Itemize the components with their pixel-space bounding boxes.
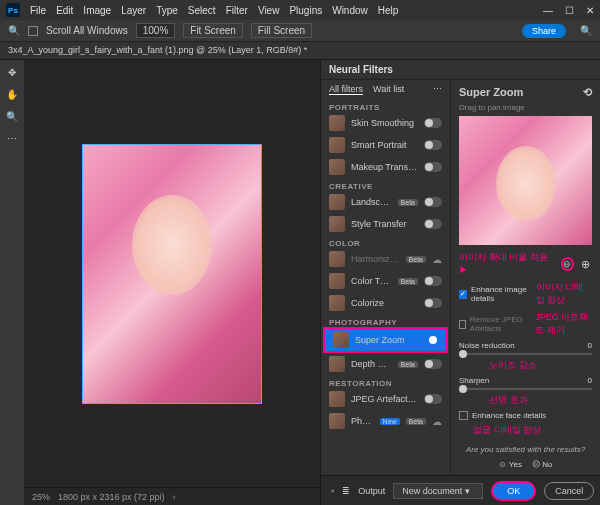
cancel-button[interactable]: Cancel bbox=[544, 482, 594, 500]
zoom-in-icon[interactable]: ⊕ bbox=[578, 257, 592, 271]
menu-layer[interactable]: Layer bbox=[121, 5, 146, 16]
scroll-all-checkbox[interactable] bbox=[28, 26, 38, 36]
scroll-all-label: Scroll All Windows bbox=[46, 25, 128, 36]
neural-filters-panel: Neural Filters All filters Wait list ⋯ P… bbox=[320, 60, 600, 505]
reset-icon[interactable]: ⟲ bbox=[583, 86, 592, 99]
menu-edit[interactable]: Edit bbox=[56, 5, 73, 16]
filter-depth-blur[interactable]: Depth BlurBeta bbox=[321, 353, 450, 375]
canvas-area: 25% 1800 px x 2316 px (72 ppi) › bbox=[24, 60, 320, 505]
menu-select[interactable]: Select bbox=[188, 5, 216, 16]
filter-smart-portrait[interactable]: Smart Portrait bbox=[321, 134, 450, 156]
menu-help[interactable]: Help bbox=[378, 5, 399, 16]
menubar: Ps File Edit Image Layer Type Select Fil… bbox=[0, 0, 600, 20]
menu-image[interactable]: Image bbox=[83, 5, 111, 16]
filter-style-transfer[interactable]: Style Transfer bbox=[321, 213, 450, 235]
filter-photo-restoration[interactable]: Pho...NewBeta☁ bbox=[321, 410, 450, 432]
options-bar: 🔍 Scroll All Windows 100% Fit Screen Fil… bbox=[0, 20, 600, 42]
zoom-tool-icon: 🔍 bbox=[8, 25, 20, 36]
cloud-icon: ☁ bbox=[432, 416, 442, 427]
more-tools-icon[interactable]: ⋯ bbox=[4, 130, 20, 146]
output-select[interactable]: New document ▾ bbox=[393, 483, 483, 499]
filter-makeup-transfer[interactable]: Makeup Transfer bbox=[321, 156, 450, 178]
filter-detail-pane: Super Zoom⟲ Drag to pan image 이미지 확대 비율 … bbox=[451, 80, 600, 475]
status-zoom[interactable]: 25% bbox=[32, 492, 50, 502]
annotation-jpeg: JPEG 아트팩트 제거 bbox=[535, 311, 592, 337]
more-icon[interactable]: ⋯ bbox=[433, 84, 442, 95]
cloud-icon: ☁ bbox=[432, 254, 442, 265]
remove-jpeg-checkbox[interactable] bbox=[459, 320, 466, 329]
menu-file[interactable]: File bbox=[30, 5, 46, 16]
enhance-image-checkbox[interactable]: ✓ bbox=[459, 290, 467, 299]
sharpen-value: 0 bbox=[588, 376, 592, 385]
fill-screen-button[interactable]: Fill Screen bbox=[251, 23, 312, 38]
filter-list: All filters Wait list ⋯ PORTRAITS Skin S… bbox=[321, 80, 451, 475]
filter-harmonization[interactable]: Harmoniza...Beta☁ bbox=[321, 248, 450, 270]
layers-icon[interactable]: ≣ bbox=[342, 486, 350, 496]
filter-colorize[interactable]: Colorize bbox=[321, 292, 450, 314]
output-label: Output bbox=[358, 486, 385, 496]
menu-filter[interactable]: Filter bbox=[226, 5, 248, 16]
move-tool-icon[interactable]: ✥ bbox=[4, 64, 20, 80]
enhance-face-label: Enhance face details bbox=[472, 411, 546, 420]
canvas-image[interactable] bbox=[82, 144, 262, 404]
enhance-face-checkbox[interactable] bbox=[459, 411, 468, 420]
tools-panel: ✥ ✋ 🔍 ⋯ bbox=[0, 60, 24, 505]
noise-slider[interactable] bbox=[459, 353, 592, 355]
filter-landscape[interactable]: Landscape...Beta bbox=[321, 191, 450, 213]
preview-image[interactable] bbox=[459, 116, 592, 245]
status-chevron-icon[interactable]: › bbox=[173, 492, 176, 502]
ok-button[interactable]: OK bbox=[491, 481, 536, 501]
share-button[interactable]: Share bbox=[522, 24, 566, 38]
hand-tool-icon[interactable]: ✋ bbox=[4, 86, 20, 102]
menu-plugins[interactable]: Plugins bbox=[289, 5, 322, 16]
zoom-level-input[interactable]: 100% bbox=[136, 23, 176, 38]
annotation-image-detail: 이미지 디테일 향상 bbox=[536, 281, 592, 307]
preview-toggle-icon[interactable]: ▫ bbox=[331, 486, 334, 496]
menu-type[interactable]: Type bbox=[156, 5, 178, 16]
thumbs-up-icon[interactable]: ☺ Yes bbox=[499, 460, 522, 469]
satisfied-prompt: Are you satisfied with the results? bbox=[459, 445, 592, 454]
app-logo: Ps bbox=[6, 3, 20, 17]
filter-skin-smoothing[interactable]: Skin Smoothing bbox=[321, 112, 450, 134]
status-dims: 1800 px x 2316 px (72 ppi) bbox=[58, 492, 165, 502]
group-creative: CREATIVE bbox=[321, 178, 450, 191]
detail-title: Super Zoom bbox=[459, 86, 523, 99]
search-icon[interactable]: 🔍 bbox=[580, 25, 592, 36]
sharpen-label: Sharpen bbox=[459, 376, 489, 385]
filter-jpeg-artefacts[interactable]: JPEG Artefacts Re... bbox=[321, 388, 450, 410]
menu-view[interactable]: View bbox=[258, 5, 280, 16]
fit-screen-button[interactable]: Fit Screen bbox=[183, 23, 243, 38]
minimize-icon[interactable]: — bbox=[543, 5, 553, 16]
thumbs-down-icon[interactable]: ☹ No bbox=[532, 460, 552, 469]
document-tab[interactable]: 3x4_A_young_girl_s_fairy_with_a_fant (1)… bbox=[8, 45, 307, 55]
group-restoration: RESTORATION bbox=[321, 375, 450, 388]
filter-super-zoom[interactable]: Super Zoom bbox=[323, 327, 448, 353]
remove-jpeg-label: Remove JPEG Artefacts bbox=[470, 315, 529, 333]
tab-wait-list[interactable]: Wait list bbox=[373, 84, 404, 95]
noise-value: 0 bbox=[588, 341, 592, 350]
menu-window[interactable]: Window bbox=[332, 5, 368, 16]
maximize-icon[interactable]: ☐ bbox=[565, 5, 574, 16]
group-portraits: PORTRAITS bbox=[321, 99, 450, 112]
tab-all-filters[interactable]: All filters bbox=[329, 84, 363, 95]
close-icon[interactable]: ✕ bbox=[586, 5, 594, 16]
group-photography: PHOTOGRAPHY bbox=[321, 314, 450, 327]
zoom-out-icon[interactable]: ⊖ bbox=[561, 257, 575, 271]
zoom-tool-icon[interactable]: 🔍 bbox=[4, 108, 20, 124]
filter-color-transfer[interactable]: Color Trans...Beta bbox=[321, 270, 450, 292]
noise-label: Noise reduction bbox=[459, 341, 515, 350]
annotation-noise: 노이즈 감소 bbox=[489, 359, 592, 372]
panel-footer: ▫ ≣ Output New document ▾ OK Cancel bbox=[321, 475, 600, 505]
annotation-sharpen: 선명 효과 bbox=[489, 394, 592, 407]
status-bar: 25% 1800 px x 2316 px (72 ppi) › bbox=[24, 487, 320, 505]
group-color: COLOR bbox=[321, 235, 450, 248]
drag-hint: Drag to pan image bbox=[459, 103, 592, 112]
annotation-zoom-ratio: 이미지 확대 비율 적용 ▶ bbox=[459, 251, 557, 277]
sharpen-slider[interactable] bbox=[459, 388, 592, 390]
document-tab-bar: 3x4_A_young_girl_s_fairy_with_a_fant (1)… bbox=[0, 42, 600, 60]
enhance-image-label: Enhance image details bbox=[471, 285, 530, 303]
annotation-face: 얼굴 디테일 향상 bbox=[473, 424, 592, 437]
panel-title: Neural Filters bbox=[321, 60, 600, 80]
